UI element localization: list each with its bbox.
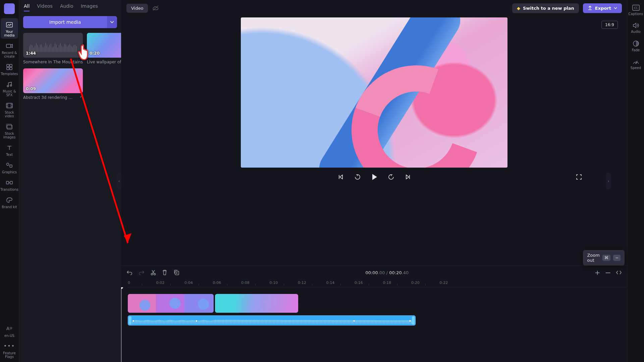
tab-all[interactable]: All bbox=[24, 3, 30, 11]
play-button[interactable] bbox=[370, 172, 379, 182]
camera-icon bbox=[5, 42, 13, 50]
audio-track[interactable]: Somewhere In The Mountains bbox=[128, 315, 627, 327]
playhead[interactable] bbox=[121, 287, 121, 362]
collapse-media-panel[interactable]: ‹ bbox=[117, 173, 121, 189]
prop-label: Speed bbox=[631, 66, 641, 70]
timeline-tracks[interactable]: Somewhere In The Mountains bbox=[121, 287, 627, 362]
seek-forward-button[interactable] bbox=[386, 172, 396, 182]
project-type-chip[interactable]: Video bbox=[126, 4, 148, 13]
zoom-in-button[interactable]: + bbox=[595, 268, 600, 277]
video-preview[interactable] bbox=[241, 17, 507, 168]
import-media-button[interactable]: Import media bbox=[23, 16, 107, 28]
switch-plan-button[interactable]: ◆ Switch to a new plan bbox=[512, 3, 579, 13]
ruler-tick: 0:12 bbox=[298, 281, 306, 285]
ruler-tick: 0:22 bbox=[440, 281, 448, 285]
left-nav-rail: Your media Record & create Templates Mus… bbox=[0, 0, 19, 362]
delete-button[interactable] bbox=[162, 269, 167, 276]
topbar: Video ◆ Switch to a new plan Export bbox=[121, 0, 627, 16]
nav-brand-kit[interactable]: Brand kit bbox=[1, 193, 18, 210]
clip-trim-handle-left[interactable] bbox=[129, 316, 131, 324]
volume-envelope[interactable] bbox=[133, 321, 195, 321]
nav-label: Music & SFX bbox=[1, 89, 18, 97]
nav-label: Feature Flags bbox=[1, 351, 18, 359]
svg-point-19 bbox=[154, 274, 156, 275]
nav-your-media[interactable]: Your media bbox=[1, 18, 18, 39]
speaker-icon bbox=[633, 22, 639, 28]
split-button[interactable] bbox=[151, 269, 156, 276]
video-track[interactable] bbox=[128, 294, 627, 313]
nav-graphics[interactable]: Graphics bbox=[1, 159, 18, 175]
film-icon bbox=[5, 102, 13, 110]
media-item-video-2[interactable]: 0:09 Abstract 3d rendering … ✓ bbox=[23, 68, 83, 100]
zoom-out-button[interactable]: − bbox=[605, 268, 611, 277]
skip-start-button[interactable] bbox=[336, 172, 345, 182]
ruler-tick: 0:08 bbox=[241, 281, 250, 285]
svg-point-11 bbox=[7, 163, 9, 166]
svg-point-24 bbox=[635, 63, 636, 64]
nav-music-sfx[interactable]: Music & SFX bbox=[1, 78, 18, 98]
svg-point-18 bbox=[151, 274, 153, 275]
nav-record-create[interactable]: Record & create bbox=[1, 39, 18, 60]
kbd-minus: − bbox=[613, 255, 621, 261]
right-property-rail: CC Captions Audio Fade Speed bbox=[627, 0, 644, 362]
nav-label: Templates bbox=[1, 72, 18, 76]
media-thumb-3d: 0:09 bbox=[23, 68, 83, 93]
preview-stage: 16:9 bbox=[121, 16, 627, 265]
ruler-tick: 0:18 bbox=[383, 281, 391, 285]
media-item-audio[interactable]: 1:44 Somewhere In The Mountains bbox=[23, 33, 83, 64]
prop-audio[interactable]: Audio bbox=[629, 21, 643, 35]
nav-templates[interactable]: Templates bbox=[1, 60, 18, 77]
volume-envelope[interactable] bbox=[197, 321, 353, 321]
transitions-icon bbox=[5, 179, 13, 187]
ruler-tick: 0:14 bbox=[326, 281, 335, 285]
timeline-clip-video-2[interactable] bbox=[215, 294, 298, 313]
captions-icon: CC bbox=[632, 5, 640, 11]
timeline-clip-video-1[interactable] bbox=[128, 294, 214, 313]
skip-end-button[interactable] bbox=[403, 172, 413, 182]
cloud-sync-icon[interactable] bbox=[152, 5, 159, 11]
timeline: 00:00.00 / 00:20.40 + − Zoom out ⌘ − bbox=[121, 265, 627, 362]
ruler-tick: 0 bbox=[128, 281, 130, 285]
export-button[interactable]: Export bbox=[583, 3, 622, 13]
svg-text:CC: CC bbox=[634, 7, 638, 10]
collapse-right-panel[interactable]: › bbox=[606, 173, 611, 189]
ruler-tick: 0:20 bbox=[411, 281, 420, 285]
timeline-clip-audio[interactable]: Somewhere In The Mountains bbox=[128, 315, 416, 325]
prop-captions[interactable]: CC Captions bbox=[629, 3, 643, 17]
clip-trim-handle-right[interactable] bbox=[412, 316, 415, 324]
media-duration: 0:20 bbox=[90, 51, 100, 56]
app-logo bbox=[4, 3, 15, 14]
zoom-fit-button[interactable] bbox=[616, 270, 622, 275]
prop-fade[interactable]: Fade bbox=[629, 39, 643, 53]
timeline-ruler[interactable]: 00:020:040:060:080:100:120:140:160:180:2… bbox=[128, 279, 627, 287]
nav-transitions[interactable]: Transitions bbox=[1, 176, 18, 193]
seek-back-button[interactable] bbox=[353, 172, 362, 182]
tab-images[interactable]: Images bbox=[81, 3, 98, 11]
nav-feature-flags[interactable]: ••• Feature Flags bbox=[1, 340, 18, 360]
duplicate-button[interactable] bbox=[173, 269, 179, 276]
nav-label: Stock video bbox=[1, 111, 18, 118]
fullscreen-button[interactable] bbox=[574, 172, 584, 182]
tab-audio[interactable]: Audio bbox=[60, 3, 73, 11]
check-icon: ✓ bbox=[79, 94, 83, 99]
nav-language[interactable]: A字 en-US bbox=[1, 322, 18, 339]
fade-icon bbox=[633, 40, 639, 47]
media-thumb-audio: 1:44 bbox=[23, 33, 83, 58]
svg-rect-8 bbox=[6, 103, 12, 108]
nav-stock-images[interactable]: Stock images bbox=[1, 120, 18, 140]
prop-speed[interactable]: Speed bbox=[629, 57, 643, 71]
more-icon: ••• bbox=[5, 342, 13, 350]
nav-text[interactable]: Text bbox=[1, 141, 18, 158]
volume-envelope[interactable] bbox=[354, 321, 411, 321]
music-icon bbox=[5, 80, 13, 88]
import-media-dropdown[interactable] bbox=[107, 16, 117, 28]
aspect-ratio-button[interactable]: 16:9 bbox=[601, 21, 618, 29]
undo-button[interactable] bbox=[126, 270, 132, 275]
nav-stock-video[interactable]: Stock video bbox=[1, 99, 18, 119]
svg-rect-14 bbox=[10, 181, 12, 184]
redo-button[interactable] bbox=[139, 270, 145, 275]
nav-label: Your media bbox=[1, 30, 18, 37]
media-item-name: Somewhere In The Mountains bbox=[23, 60, 83, 64]
ruler-tick: 0:16 bbox=[355, 281, 363, 285]
tab-videos[interactable]: Videos bbox=[37, 3, 53, 11]
